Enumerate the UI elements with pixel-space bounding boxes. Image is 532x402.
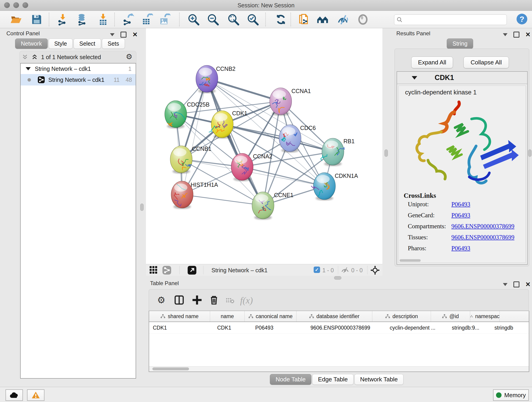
- add-column-icon[interactable]: [192, 295, 202, 305]
- column-header-name[interactable]: name: [210, 311, 245, 322]
- vertical-splitter-handle[interactable]: [140, 204, 144, 211]
- import-table-file-icon[interactable]: [97, 13, 109, 26]
- protein-card-header[interactable]: CDK1: [397, 72, 527, 84]
- table-hscrollbar[interactable]: [149, 366, 529, 371]
- import-network-file-icon[interactable]: [57, 13, 69, 26]
- tab-select[interactable]: Select: [74, 38, 101, 49]
- refresh-view-icon[interactable]: [275, 13, 287, 26]
- crosslink-value-link[interactable]: 9606.ENSP00000378699: [451, 234, 514, 241]
- save-session-icon[interactable]: [31, 13, 43, 26]
- delete-table-icon[interactable]: [226, 297, 234, 304]
- table-row[interactable]: CDK1CDK1P064939606.ENSP00000378699cyclin…: [149, 322, 529, 334]
- search-field[interactable]: [394, 14, 507, 25]
- network-node-ccne1[interactable]: CCNE1: [252, 192, 293, 220]
- import-network-database-icon[interactable]: [76, 13, 89, 26]
- horizontal-splitter-handle[interactable]: [334, 276, 341, 280]
- zoom-in-icon[interactable]: [187, 13, 199, 26]
- network-collection-row[interactable]: String Network – cdk1 1: [21, 64, 136, 74]
- protein-expander-icon[interactable]: [412, 76, 417, 80]
- network-row-selected[interactable]: String Network – cdk1 11 48: [21, 74, 136, 85]
- crosslink-value-link[interactable]: P06493: [451, 245, 470, 252]
- network-node-cdkn1a[interactable]: CDKN1A: [311, 172, 358, 201]
- zoom-fit-icon[interactable]: [227, 13, 239, 26]
- network-options-gear-icon[interactable]: ⚙: [126, 53, 133, 60]
- column-header-shared-name[interactable]: shared name: [149, 311, 210, 322]
- results-hscrollbar-thumb[interactable]: [399, 259, 421, 262]
- column-header-canonical-name[interactable]: canonical name: [245, 311, 297, 322]
- network-view-share-icon[interactable]: [162, 266, 171, 274]
- table-cell[interactable]: 9606.ENSP00000378699: [307, 322, 386, 333]
- tab-edge-table[interactable]: Edge Table: [312, 374, 354, 385]
- crosslink-value-link[interactable]: 9606.ENSP00000378699: [451, 223, 514, 230]
- tab-network[interactable]: Network: [15, 38, 48, 49]
- crosslink-row: Pharos:P06493: [408, 245, 526, 252]
- tab-style[interactable]: Style: [49, 38, 73, 49]
- delete-column-icon[interactable]: [209, 295, 219, 305]
- network-node-hist1h1a[interactable]: HIST1H1A: [171, 181, 218, 209]
- home-style-icon[interactable]: [317, 13, 329, 26]
- table-cell[interactable]: cyclin-dependent ...: [386, 322, 448, 333]
- collapse-panel-icon[interactable]: [110, 33, 114, 36]
- warning-status-button[interactable]: [27, 389, 44, 401]
- zoom-selected-icon[interactable]: [247, 13, 259, 26]
- collapse-panel-icon[interactable]: [503, 33, 507, 36]
- show-graphics-icon[interactable]: [357, 13, 369, 26]
- cloud-status-button[interactable]: [6, 389, 23, 401]
- tree-expander-icon[interactable]: [26, 67, 31, 70]
- selected-checkbox-icon[interactable]: ✓: [314, 267, 320, 273]
- tab-string[interactable]: String: [447, 38, 473, 49]
- export-table-icon[interactable]: [141, 13, 153, 26]
- vertical-splitter-handle[interactable]: [385, 149, 388, 157]
- memory-button[interactable]: Memory: [493, 389, 529, 401]
- network-node-cdc25b[interactable]: CDC25B: [165, 101, 210, 128]
- table-cell[interactable]: P06493: [252, 322, 307, 333]
- close-panel-icon[interactable]: ✕: [525, 32, 531, 37]
- network-node-ccna2[interactable]: CCNA2: [231, 153, 272, 181]
- tab-node-table[interactable]: Node Table: [270, 374, 311, 385]
- show-columns-icon[interactable]: [174, 295, 184, 305]
- open-in-window-icon[interactable]: [188, 266, 196, 274]
- search-input[interactable]: [404, 16, 504, 24]
- float-panel-icon[interactable]: [513, 281, 519, 287]
- column-header-description[interactable]: description: [372, 311, 431, 322]
- network-status-row: 1 of 1 Network selected ⚙: [19, 51, 136, 63]
- open-session-icon[interactable]: [10, 13, 22, 26]
- hidden-eye-icon[interactable]: [341, 267, 349, 273]
- tab-network-table[interactable]: Network Table: [355, 374, 404, 385]
- fit-selected-crosshair-icon[interactable]: [370, 266, 380, 275]
- export-network-icon[interactable]: [122, 13, 134, 26]
- network-canvas[interactable]: CCNB2CCNA1CDC25BCDK1CDC6RB1CCNB1CCNA2CDK…: [146, 28, 382, 264]
- close-panel-icon[interactable]: ✕: [133, 32, 138, 37]
- close-panel-icon[interactable]: ✕: [525, 282, 531, 287]
- float-panel-icon[interactable]: [513, 32, 519, 38]
- table-cell[interactable]: stringdb:9...: [448, 322, 491, 333]
- table-cell[interactable]: stringdb: [491, 322, 524, 333]
- network-node-ccnb1[interactable]: CCNB1: [170, 146, 211, 174]
- export-image-icon[interactable]: [158, 13, 171, 26]
- zoom-out-icon[interactable]: [207, 13, 219, 26]
- column-header--id[interactable]: @id: [431, 311, 470, 322]
- hide-graphics-icon[interactable]: [337, 13, 349, 26]
- network-node-ccna1[interactable]: CCNA1: [270, 88, 311, 116]
- tab-sets[interactable]: Sets: [102, 38, 125, 49]
- column-header-database-identifier[interactable]: database identifier: [297, 311, 372, 322]
- collapse-all-button[interactable]: Collapse All: [463, 57, 509, 68]
- table-cell[interactable]: CDK1: [214, 322, 252, 333]
- network-graph[interactable]: CCNB2CCNA1CDC25BCDK1CDC6RB1CCNB1CCNA2CDK…: [146, 28, 382, 264]
- float-panel-icon[interactable]: [120, 32, 127, 38]
- vertical-splitter-handle[interactable]: [528, 149, 532, 157]
- column-header-namespac[interactable]: namespac: [470, 311, 500, 322]
- birdseye-grid-icon[interactable]: [150, 266, 158, 274]
- table-cell[interactable]: CDK1: [149, 322, 214, 333]
- crosslink-value-link[interactable]: P06493: [451, 212, 470, 219]
- table-hscrollbar-thumb[interactable]: [152, 367, 189, 370]
- help-icon[interactable]: ?: [516, 13, 528, 25]
- collapse-panel-icon[interactable]: [503, 283, 507, 286]
- clone-network-icon[interactable]: [298, 13, 310, 26]
- network-node-ccnb2[interactable]: CCNB2: [196, 65, 235, 93]
- crosslink-value-link[interactable]: P06493: [451, 201, 470, 208]
- expand-all-button[interactable]: Expand All: [411, 57, 453, 68]
- network-node-rb1[interactable]: RB1: [321, 138, 355, 166]
- table-options-gear-icon[interactable]: ⚙: [157, 295, 165, 305]
- function-builder-icon[interactable]: f(x): [240, 295, 253, 306]
